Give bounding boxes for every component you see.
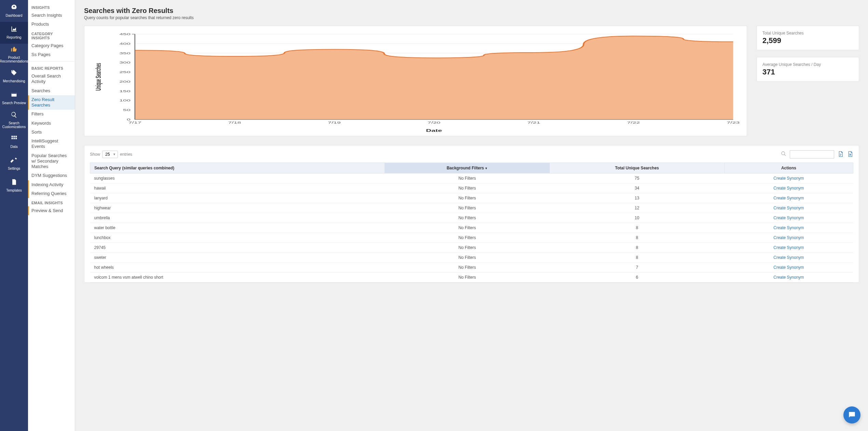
create-synonym-link[interactable]: Create Synonym: [773, 245, 804, 250]
cell-query: lanyard: [90, 193, 385, 203]
cell-filters: No Filters: [384, 173, 550, 183]
svg-rect-5: [12, 138, 13, 139]
cell-count: 75: [550, 173, 724, 183]
cell-action: Create Synonym: [724, 273, 853, 282]
nav-label: Settings: [8, 167, 20, 170]
svg-rect-2: [12, 136, 13, 137]
sidebar-item[interactable]: Sorts: [28, 128, 75, 137]
nav-search-custom[interactable]: Search Customizations: [0, 109, 28, 131]
column-header[interactable]: Total Unique Searches: [550, 163, 724, 173]
cell-query: lunchbox: [90, 233, 385, 243]
svg-text:Unique Searches: Unique Searches: [94, 63, 103, 91]
svg-text:200: 200: [119, 80, 130, 83]
table-search-input[interactable]: [790, 150, 834, 158]
svg-text:400: 400: [119, 42, 130, 45]
nav-product-recs[interactable]: Product Recommendations: [0, 44, 28, 66]
table-row: 29745No Filters8Create Synonym: [90, 243, 853, 253]
sidebar-item[interactable]: Indexing Activity: [28, 180, 75, 189]
stat-card: Average Unique Searches / Day371: [757, 57, 859, 82]
sidebar-item[interactable]: Search Insights: [28, 11, 75, 20]
sidebar-item[interactable]: Popular Searches w/ Secondary Matches: [28, 151, 75, 171]
cell-filters: No Filters: [384, 273, 550, 282]
svg-text:7/18: 7/18: [228, 121, 241, 124]
create-synonym-link[interactable]: Create Synonym: [773, 206, 804, 210]
column-header[interactable]: Background Filters▼: [384, 163, 550, 173]
magnify-icon: [11, 111, 17, 120]
svg-text:250: 250: [119, 70, 130, 74]
sidebar-item[interactable]: Zero Result Searches: [28, 95, 75, 110]
create-synonym-link[interactable]: Create Synonym: [773, 216, 804, 220]
cell-query: sweter: [90, 253, 385, 263]
svg-text:100: 100: [119, 99, 130, 102]
create-synonym-link[interactable]: Create Synonym: [773, 225, 804, 230]
nav-label: Reporting: [6, 36, 21, 39]
create-synonym-link[interactable]: Create Synonym: [773, 176, 804, 181]
page-title: Searches with Zero Results: [84, 7, 859, 15]
cell-count: 8: [550, 233, 724, 243]
create-synonym-link[interactable]: Create Synonym: [773, 235, 804, 240]
gauge-icon: [11, 4, 17, 12]
svg-text:7/22: 7/22: [627, 121, 640, 124]
nav-settings[interactable]: Settings: [0, 153, 28, 175]
chat-fab[interactable]: [843, 406, 860, 423]
sidebar-item[interactable]: Category Pages: [28, 41, 75, 50]
nav-data[interactable]: Data: [0, 131, 28, 153]
create-synonym-link[interactable]: Create Synonym: [773, 265, 804, 270]
nav-dashboard[interactable]: Dashboard: [0, 0, 28, 22]
sidebar-item[interactable]: Keywords: [28, 119, 75, 128]
sidebar-item[interactable]: Referring Queries: [28, 189, 75, 198]
table-row: lanyardNo Filters13Create Synonym: [90, 193, 853, 203]
show-entries-select[interactable]: 25: [102, 151, 118, 158]
nav-label: Product Recommendations: [0, 56, 28, 63]
svg-point-40: [782, 152, 785, 155]
search-icon: [781, 151, 786, 158]
svg-rect-1: [12, 93, 17, 94]
export-file-icon[interactable]: [838, 151, 844, 158]
create-synonym-link[interactable]: Create Synonym: [773, 186, 804, 191]
table-row: highwearNo Filters12Create Synonym: [90, 203, 853, 213]
primary-nav: DashboardReportingProduct Recommendation…: [0, 0, 28, 431]
create-synonym-link[interactable]: Create Synonym: [773, 196, 804, 200]
nav-merchandising[interactable]: Merchandising: [0, 66, 28, 87]
column-header[interactable]: Search Query (similar queries combined): [90, 163, 385, 173]
nav-reporting[interactable]: Reporting: [0, 22, 28, 44]
sidebar-heading: INSIGHTS: [28, 3, 75, 11]
grid-icon: [11, 135, 17, 143]
sidebar-item[interactable]: IntelliSuggest Events: [28, 137, 75, 151]
unique-searches-chart: 0501001502002503003504004507/177/187/197…: [91, 31, 741, 133]
cell-filters: No Filters: [384, 193, 550, 203]
cell-action: Create Synonym: [724, 233, 853, 243]
svg-text:150: 150: [119, 89, 130, 93]
cell-query: volcom 1 mens vsm atwell chino short: [90, 273, 385, 282]
svg-text:300: 300: [119, 61, 130, 64]
nav-label: Templates: [6, 189, 22, 192]
stat-card: Total Unique Searches2,599: [757, 26, 859, 50]
cell-filters: No Filters: [384, 203, 550, 213]
create-synonym-link[interactable]: Create Synonym: [773, 275, 804, 280]
column-header[interactable]: Actions: [724, 163, 853, 173]
svg-rect-6: [13, 138, 15, 139]
create-synonym-link[interactable]: Create Synonym: [773, 255, 804, 260]
sidebar-item[interactable]: Filters: [28, 110, 75, 119]
sidebar-item[interactable]: Ss Pages: [28, 50, 75, 59]
sidebar-item[interactable]: Overall Search Activity: [28, 72, 75, 86]
sidebar-item[interactable]: Searches: [28, 86, 75, 95]
nav-templates[interactable]: Templates: [0, 175, 28, 197]
nav-label: Data: [10, 145, 17, 149]
svg-text:7/19: 7/19: [328, 121, 341, 124]
sidebar-item[interactable]: DYM Suggestions: [28, 171, 75, 180]
page-subtitle: Query counts for popular searches that r…: [84, 15, 859, 20]
nav-search-preview[interactable]: Search Preview: [0, 87, 28, 109]
cell-action: Create Synonym: [724, 243, 853, 253]
cell-query: hawaii: [90, 183, 385, 193]
wrench-icon: [11, 157, 17, 165]
sidebar-item[interactable]: Products: [28, 20, 75, 29]
sidebar-item[interactable]: Preview & Send: [28, 206, 75, 215]
svg-text:7/20: 7/20: [428, 121, 440, 124]
cell-count: 34: [550, 183, 724, 193]
cell-filters: No Filters: [384, 183, 550, 193]
export-excel-icon[interactable]: [847, 151, 853, 158]
svg-rect-4: [15, 136, 17, 137]
cell-action: Create Synonym: [724, 263, 853, 273]
cell-action: Create Synonym: [724, 253, 853, 263]
